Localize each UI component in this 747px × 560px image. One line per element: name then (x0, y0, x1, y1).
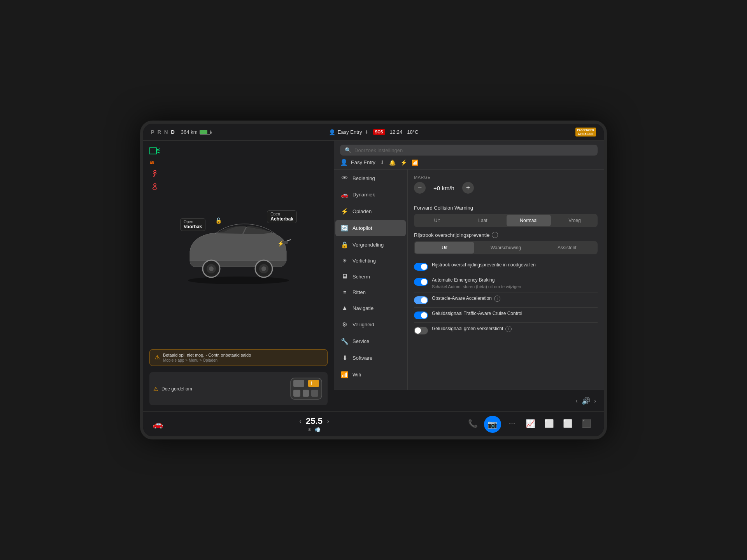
software-label: Software (352, 355, 372, 361)
phone-icon[interactable]: 📞 (465, 416, 481, 431)
lane-departure-section: Rijstrook overschrijdingspreventie i Uit… (414, 232, 598, 254)
search-bar[interactable]: 🔍 Doorzoek instellingen (340, 145, 598, 156)
settings-content: Marge − +0 km/h + Forward Collision Warn… (408, 170, 604, 390)
opladen-label: Opladen (352, 208, 372, 214)
settings-header: 🔍 Doorzoek instellingen 👤 Easy Entry ⬇ 🔔… (334, 141, 604, 170)
settings-menu: 👁 Bediening 🚗 Dynamiek ⚡ Opladen 🔄 (334, 170, 408, 390)
lane-option-uit[interactable]: Uit (415, 242, 474, 254)
menu-item-opladen[interactable]: ⚡ Opladen (335, 203, 406, 219)
lane-title: Rijstrook overschrijdingspreventie i (414, 232, 598, 238)
toggle-tacc-switch[interactable] (414, 312, 428, 319)
volume-icon[interactable]: 🔊 (582, 397, 590, 405)
menu-item-autopilot[interactable]: 🔄 Autopilot (335, 220, 406, 236)
fcw-option-uit[interactable]: Uit (415, 215, 459, 226)
energy-icon[interactable]: 📈 (523, 416, 538, 431)
toggle-green-light: Geluidssignaal groen verkeerslicht i (414, 323, 598, 338)
fcw-option-laat[interactable]: Laat (461, 215, 505, 226)
search-placeholder: Doorzoek instellingen (354, 147, 403, 153)
ritten-icon: ≡ (341, 289, 349, 295)
car-svg: ⚡ (178, 214, 299, 284)
seat-map-container: ⚠ Doe gordel om (149, 372, 328, 405)
menu-item-verlichting[interactable]: ☀ Verlichting (335, 254, 406, 268)
verlichting-label: Verlichting (352, 258, 376, 264)
menu-item-ritten[interactable]: ≡ Ritten (335, 285, 406, 299)
seatbelt-alert: ⚠ Doe gordel om (153, 386, 192, 392)
header-download-icon: ⬇ (380, 159, 384, 165)
wifi-icon: 📶 (341, 371, 349, 378)
temp-arrow-left[interactable]: ‹ (299, 418, 301, 424)
range-value: 364 km (181, 129, 198, 135)
alert-icon: ⚠ (154, 354, 160, 361)
bottom-taskbar: 🚗 ‹ 25.5 › ❄ 💨 📞 📷 ··· 📈 ⬜ ⬜ ⬛ (143, 411, 604, 436)
speed-control: − +0 km/h + (414, 182, 598, 194)
autopilot-label: Autopilot (352, 225, 372, 231)
menu-item-software[interactable]: ⬇ Software (335, 350, 406, 366)
navigatie-label: Navigatie (352, 305, 374, 311)
software-icon: ⬇ (341, 354, 349, 362)
nav-chevron-left[interactable]: ‹ (575, 397, 577, 404)
marge-section: Marge − +0 km/h + (414, 175, 598, 194)
autopilot-icon: 🔄 (341, 224, 349, 232)
menu-item-veiligheid[interactable]: ⚙ Veiligheid (335, 317, 406, 332)
menu-item-navigatie[interactable]: ▲ Navigatie (335, 300, 406, 316)
fcw-option-vroeg[interactable]: Vroeg (552, 215, 597, 226)
seat-grid: ! (289, 376, 324, 401)
speed-minus-button[interactable]: − (414, 182, 426, 194)
svg-rect-24 (311, 390, 318, 397)
svg-point-12 (209, 266, 214, 271)
lane-option-assistent[interactable]: Assistent (537, 242, 597, 254)
car-3d-view: Open Voorbak 🔓 Open Achterbak (176, 206, 301, 284)
top-bar-right: PASSENGERAIRBAG ON (418, 128, 596, 136)
app1-icon[interactable]: ⬜ (542, 416, 557, 431)
nav-icons: ‹ 🔊 › (575, 397, 596, 405)
car-icon-bottom[interactable]: 🚗 (153, 419, 163, 429)
opladen-icon: ⚡ (341, 208, 349, 215)
wifi-label: Wifi (352, 372, 361, 378)
svg-text:!: ! (311, 381, 312, 386)
scherm-label: Scherm (352, 274, 370, 280)
fcw-option-normaal[interactable]: Normaal (507, 215, 551, 226)
range-info: 364 km (181, 129, 211, 135)
service-icon: 🔧 (341, 338, 349, 345)
seat-map-svg: ! (289, 376, 324, 401)
camera-icon[interactable]: 📷 (484, 416, 501, 433)
alert-text: Betaald opl. niet mog. - Contr. onbetaal… (163, 353, 251, 357)
lane-title-text: Rijstrook overschrijdingspreventie (414, 232, 489, 238)
toggle-obstacle-switch[interactable] (414, 296, 428, 304)
menu-item-vergrendeling[interactable]: 🔒 Vergrendeling (335, 237, 406, 253)
seatbelt-icon: ⚠ (153, 386, 158, 392)
payment-alert: ⚠ Betaald opl. niet mog. - Contr. onbeta… (149, 349, 328, 366)
navigatie-icon: ▲ (341, 304, 349, 312)
toggle-tacc-label: Geluidssignaal Traffic-Aware Cruise Cont… (432, 311, 598, 317)
more-icon[interactable]: ··· (504, 416, 520, 431)
temp-arrow-right[interactable]: › (327, 418, 329, 424)
service-label: Service (352, 338, 369, 344)
svg-rect-23 (303, 390, 309, 397)
menu-item-wifi[interactable]: 📶 Wifi (335, 367, 406, 383)
lane-option-waarschuwing[interactable]: Waarschuwing (476, 242, 535, 254)
toggle-lane-emergency-switch[interactable] (414, 263, 428, 271)
lane-info-icon[interactable]: i (492, 232, 498, 238)
nav-chevron-right[interactable]: › (594, 397, 596, 404)
lane-button-group: Uit Waarschuwing Assistent (414, 241, 598, 254)
verlichting-icon: ☀ (341, 258, 349, 264)
sos-badge[interactable]: SOS (373, 129, 385, 135)
speed-plus-button[interactable]: + (462, 182, 474, 194)
menu-item-scherm[interactable]: 🖥 Scherm (335, 269, 406, 284)
toggle-aeb-switch[interactable] (414, 278, 428, 286)
app3-icon[interactable]: ⬛ (579, 416, 594, 431)
green-light-info-icon[interactable]: i (505, 326, 512, 332)
fcw-section: Forward Collision Warning Uit Laat Norma… (414, 205, 598, 227)
ac-icon: ❄ (308, 427, 312, 432)
toggle-green-light-switch[interactable] (414, 327, 428, 334)
obstacle-info-icon[interactable]: i (494, 296, 500, 302)
menu-item-dynamiek[interactable]: 🚗 Dynamiek (335, 187, 406, 203)
menu-item-bediening[interactable]: 👁 Bediening (335, 170, 406, 186)
bediening-label: Bediening (352, 175, 375, 181)
divider-1 (414, 200, 598, 200)
bell-icon: 🔔 (389, 159, 396, 166)
toggle-obstacle: Obstacle-Aware Acceleration i (414, 292, 598, 308)
ac-icons: ❄ 💨 (308, 427, 321, 432)
app2-icon[interactable]: ⬜ (560, 416, 576, 431)
menu-item-service[interactable]: 🔧 Service (335, 333, 406, 349)
